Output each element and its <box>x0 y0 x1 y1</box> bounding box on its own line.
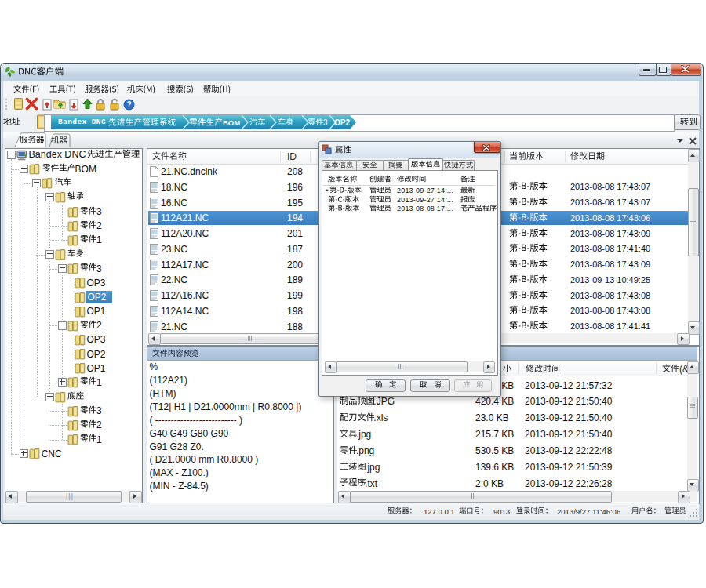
svg-text:?: ? <box>126 100 131 109</box>
